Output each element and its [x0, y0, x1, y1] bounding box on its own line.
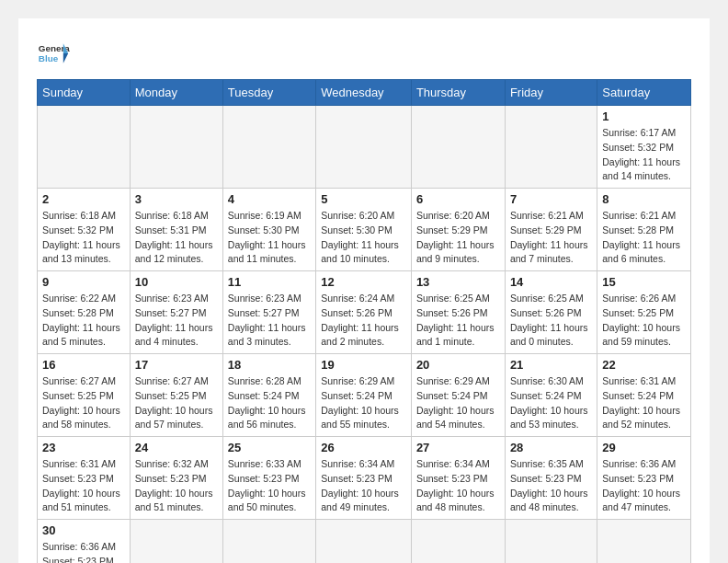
calendar-cell: [316, 106, 412, 189]
calendar-cell: [505, 520, 597, 564]
calendar-cell: 12Sunrise: 6:24 AM Sunset: 5:26 PM Dayli…: [316, 271, 412, 354]
calendar-cell: 9Sunrise: 6:22 AM Sunset: 5:28 PM Daylig…: [38, 271, 131, 354]
calendar-week-4: 16Sunrise: 6:27 AM Sunset: 5:25 PM Dayli…: [38, 354, 691, 437]
day-info: Sunrise: 6:25 AM Sunset: 5:26 PM Dayligh…: [510, 292, 592, 350]
day-number: 17: [135, 358, 218, 372]
day-info: Sunrise: 6:31 AM Sunset: 5:23 PM Dayligh…: [42, 457, 125, 515]
day-number: 3: [135, 192, 218, 206]
day-info: Sunrise: 6:27 AM Sunset: 5:25 PM Dayligh…: [135, 374, 218, 432]
day-info: Sunrise: 6:36 AM Sunset: 5:23 PM Dayligh…: [42, 540, 125, 563]
day-info: Sunrise: 6:30 AM Sunset: 5:24 PM Dayligh…: [510, 374, 592, 432]
day-number: 28: [510, 441, 592, 454]
day-info: Sunrise: 6:20 AM Sunset: 5:30 PM Dayligh…: [321, 209, 406, 267]
day-number: 30: [42, 523, 125, 537]
calendar-table: SundayMondayTuesdayWednesdayThursdayFrid…: [37, 79, 691, 563]
day-number: 6: [416, 192, 500, 206]
day-number: 24: [135, 441, 218, 454]
day-number: 22: [602, 358, 686, 372]
calendar-cell: [505, 106, 597, 189]
calendar-cell: 25Sunrise: 6:33 AM Sunset: 5:23 PM Dayli…: [222, 437, 315, 520]
page-header: General Blue: [37, 37, 691, 70]
calendar-cell: 8Sunrise: 6:21 AM Sunset: 5:28 PM Daylig…: [597, 189, 691, 271]
day-number: 16: [42, 358, 125, 372]
day-number: 9: [42, 275, 125, 289]
calendar-cell: 3Sunrise: 6:18 AM Sunset: 5:31 PM Daylig…: [130, 189, 222, 271]
calendar-cell: 10Sunrise: 6:23 AM Sunset: 5:27 PM Dayli…: [130, 271, 222, 354]
calendar-week-5: 23Sunrise: 6:31 AM Sunset: 5:23 PM Dayli…: [38, 437, 691, 520]
day-info: Sunrise: 6:23 AM Sunset: 5:27 PM Dayligh…: [228, 292, 311, 350]
day-info: Sunrise: 6:33 AM Sunset: 5:23 PM Dayligh…: [228, 457, 311, 515]
day-number: 1: [602, 109, 686, 123]
day-info: Sunrise: 6:21 AM Sunset: 5:29 PM Dayligh…: [510, 209, 592, 267]
calendar-cell: 7Sunrise: 6:21 AM Sunset: 5:29 PM Daylig…: [505, 189, 597, 271]
calendar-cell: 18Sunrise: 6:28 AM Sunset: 5:24 PM Dayli…: [222, 354, 315, 437]
calendar-cell: 26Sunrise: 6:34 AM Sunset: 5:23 PM Dayli…: [316, 437, 412, 520]
calendar-cell: 22Sunrise: 6:31 AM Sunset: 5:24 PM Dayli…: [597, 354, 691, 437]
calendar-cell: 29Sunrise: 6:36 AM Sunset: 5:23 PM Dayli…: [597, 437, 691, 520]
calendar-cell: 15Sunrise: 6:26 AM Sunset: 5:25 PM Dayli…: [597, 271, 691, 354]
day-info: Sunrise: 6:23 AM Sunset: 5:27 PM Dayligh…: [135, 292, 218, 350]
calendar-cell: [411, 106, 505, 189]
calendar-cell: [130, 106, 222, 189]
day-info: Sunrise: 6:28 AM Sunset: 5:24 PM Dayligh…: [228, 374, 311, 432]
calendar-cell: 30Sunrise: 6:36 AM Sunset: 5:23 PM Dayli…: [38, 520, 131, 564]
calendar-cell: 11Sunrise: 6:23 AM Sunset: 5:27 PM Dayli…: [222, 271, 315, 354]
calendar-cell: 5Sunrise: 6:20 AM Sunset: 5:30 PM Daylig…: [316, 189, 412, 271]
day-info: Sunrise: 6:18 AM Sunset: 5:32 PM Dayligh…: [42, 209, 125, 267]
calendar-cell: 28Sunrise: 6:35 AM Sunset: 5:23 PM Dayli…: [505, 437, 597, 520]
calendar-cell: 19Sunrise: 6:29 AM Sunset: 5:24 PM Dayli…: [316, 354, 412, 437]
day-number: 21: [510, 358, 592, 372]
weekday-header-monday: Monday: [130, 80, 222, 106]
calendar-cell: [316, 520, 412, 564]
calendar-cell: 2Sunrise: 6:18 AM Sunset: 5:32 PM Daylig…: [38, 189, 131, 271]
day-number: 14: [510, 275, 592, 289]
day-info: Sunrise: 6:35 AM Sunset: 5:23 PM Dayligh…: [510, 457, 592, 515]
calendar-cell: [38, 106, 131, 189]
calendar-cell: 27Sunrise: 6:34 AM Sunset: 5:23 PM Dayli…: [411, 437, 505, 520]
calendar-cell: 4Sunrise: 6:19 AM Sunset: 5:30 PM Daylig…: [222, 189, 315, 271]
calendar-week-6: 30Sunrise: 6:36 AM Sunset: 5:23 PM Dayli…: [38, 520, 691, 564]
day-number: 7: [510, 192, 592, 206]
day-info: Sunrise: 6:20 AM Sunset: 5:29 PM Dayligh…: [416, 209, 500, 267]
day-number: 23: [42, 441, 125, 454]
svg-text:Blue: Blue: [39, 53, 59, 63]
calendar-week-3: 9Sunrise: 6:22 AM Sunset: 5:28 PM Daylig…: [38, 271, 691, 354]
day-info: Sunrise: 6:29 AM Sunset: 5:24 PM Dayligh…: [416, 374, 500, 432]
calendar-cell: [130, 520, 222, 564]
day-info: Sunrise: 6:25 AM Sunset: 5:26 PM Dayligh…: [416, 292, 500, 350]
weekday-header-thursday: Thursday: [411, 80, 505, 106]
svg-marker-3: [63, 53, 68, 63]
calendar-cell: 6Sunrise: 6:20 AM Sunset: 5:29 PM Daylig…: [411, 189, 505, 271]
day-number: 25: [228, 441, 311, 454]
day-number: 11: [228, 275, 311, 289]
day-info: Sunrise: 6:32 AM Sunset: 5:23 PM Dayligh…: [135, 457, 218, 515]
calendar-cell: 24Sunrise: 6:32 AM Sunset: 5:23 PM Dayli…: [130, 437, 222, 520]
weekday-header-row: SundayMondayTuesdayWednesdayThursdayFrid…: [38, 80, 691, 106]
calendar-cell: 23Sunrise: 6:31 AM Sunset: 5:23 PM Dayli…: [38, 437, 131, 520]
day-info: Sunrise: 6:19 AM Sunset: 5:30 PM Dayligh…: [228, 209, 311, 267]
day-info: Sunrise: 6:17 AM Sunset: 5:32 PM Dayligh…: [602, 126, 686, 184]
day-info: Sunrise: 6:21 AM Sunset: 5:28 PM Dayligh…: [602, 209, 686, 267]
weekday-header-tuesday: Tuesday: [222, 80, 315, 106]
calendar-cell: 16Sunrise: 6:27 AM Sunset: 5:25 PM Dayli…: [38, 354, 131, 437]
day-number: 18: [228, 358, 311, 372]
day-info: Sunrise: 6:18 AM Sunset: 5:31 PM Dayligh…: [135, 209, 218, 267]
calendar-cell: [222, 520, 315, 564]
logo-icon: General Blue: [37, 37, 70, 70]
day-info: Sunrise: 6:26 AM Sunset: 5:25 PM Dayligh…: [602, 292, 686, 350]
weekday-header-friday: Friday: [505, 80, 597, 106]
day-number: 29: [602, 441, 686, 454]
day-info: Sunrise: 6:34 AM Sunset: 5:23 PM Dayligh…: [416, 457, 500, 515]
calendar-week-2: 2Sunrise: 6:18 AM Sunset: 5:32 PM Daylig…: [38, 189, 691, 271]
day-info: Sunrise: 6:22 AM Sunset: 5:28 PM Dayligh…: [42, 292, 125, 350]
day-info: Sunrise: 6:27 AM Sunset: 5:25 PM Dayligh…: [42, 374, 125, 432]
day-number: 2: [42, 192, 125, 206]
day-number: 10: [135, 275, 218, 289]
calendar-cell: [411, 520, 505, 564]
day-number: 5: [321, 192, 406, 206]
day-number: 12: [321, 275, 406, 289]
calendar-cell: 13Sunrise: 6:25 AM Sunset: 5:26 PM Dayli…: [411, 271, 505, 354]
day-info: Sunrise: 6:34 AM Sunset: 5:23 PM Dayligh…: [321, 457, 406, 515]
weekday-header-sunday: Sunday: [38, 80, 131, 106]
day-number: 13: [416, 275, 500, 289]
